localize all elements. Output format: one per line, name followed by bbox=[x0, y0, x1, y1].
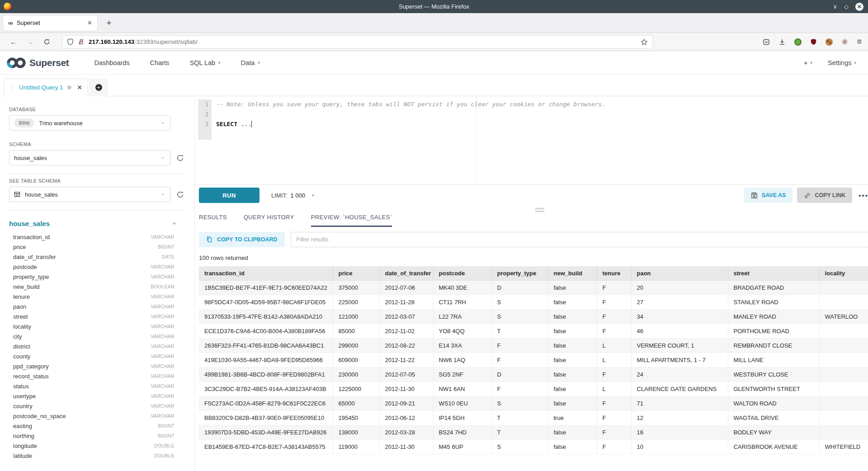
drag-handle-icon[interactable]: ⋮ bbox=[10, 85, 15, 91]
containers-icon[interactable] bbox=[841, 38, 848, 45]
url-text[interactable]: 217.160.120.143:32393/superset/sqllab/ bbox=[89, 38, 198, 45]
cell: false bbox=[548, 425, 597, 440]
save-as-button[interactable]: SAVE AS bbox=[744, 188, 793, 203]
schema-column-row: postcode_no_spaceVARCHAR bbox=[9, 411, 185, 421]
schema-column-row: ppd_categoryVARCHAR bbox=[9, 361, 185, 371]
table-icon bbox=[14, 191, 20, 198]
browser-tab-title: Superset bbox=[17, 19, 84, 26]
download-icon[interactable] bbox=[778, 38, 786, 46]
cell: 2012-11-28 bbox=[379, 295, 433, 310]
add-query-tab-button[interactable] bbox=[89, 79, 108, 96]
new-tab-button[interactable]: + bbox=[103, 18, 115, 28]
limit-dropdown[interactable]: LIMIT: 1 000 ▾ bbox=[271, 192, 314, 199]
column-header[interactable]: date_of_transfer bbox=[379, 266, 433, 281]
column-header[interactable]: property_type bbox=[491, 266, 548, 281]
cookie-icon[interactable] bbox=[826, 38, 833, 46]
database-select[interactable]: trino Trino warehouse bbox=[9, 115, 170, 131]
superset-favicon: ∞ bbox=[8, 19, 13, 26]
cell: 71 bbox=[631, 396, 728, 411]
refresh-schema-icon[interactable] bbox=[176, 154, 184, 162]
column-header[interactable]: street bbox=[728, 266, 819, 281]
schema-select[interactable]: house_sales bbox=[9, 150, 170, 165]
column-header[interactable]: price bbox=[333, 266, 379, 281]
column-type: VARCHAR bbox=[151, 373, 175, 379]
privacy-badger-icon[interactable] bbox=[794, 38, 802, 46]
tab-preview-house-sales[interactable]: PREVIEW: `HOUSE_SALES` bbox=[311, 214, 392, 227]
collapse-chevron-up-icon[interactable] bbox=[171, 221, 177, 226]
filter-results-input[interactable] bbox=[291, 232, 868, 247]
forward-icon[interactable]: → bbox=[27, 38, 33, 46]
column-header[interactable]: transaction_id bbox=[199, 266, 333, 281]
schema-column-row: record_statusVARCHAR bbox=[9, 371, 185, 381]
cell: 2012-11-30 bbox=[379, 382, 433, 396]
insecure-lock-icon[interactable] bbox=[78, 38, 85, 45]
superset-logo[interactable]: Superset bbox=[6, 56, 69, 70]
nav-data[interactable]: Data▾ bbox=[241, 59, 260, 66]
cell: false bbox=[548, 353, 597, 367]
table-row: 91370533-19F5-47FE-B142-A380A8ADA2101210… bbox=[199, 310, 868, 324]
schema-column-row: new_buildBOOLEAN bbox=[9, 282, 185, 292]
copy-link-button[interactable]: COPY LINK bbox=[797, 188, 852, 203]
column-type: VARCHAR bbox=[151, 314, 175, 319]
tab-query-history[interactable]: QUERY HISTORY bbox=[244, 214, 294, 227]
table-row: 499B1981-3B6B-4BCD-808F-9FED9802BFA12300… bbox=[199, 367, 868, 382]
table-row: 98F5DC47-0D05-4D59-95B7-98CA6F1FDE052250… bbox=[199, 295, 868, 310]
column-header[interactable]: tenure bbox=[597, 266, 631, 281]
nav-sql-lab[interactable]: SQL Lab▾ bbox=[189, 59, 220, 66]
bookmark-star-icon[interactable] bbox=[641, 38, 648, 46]
table-name-heading[interactable]: house_sales bbox=[9, 220, 50, 227]
column-name: latitude bbox=[13, 452, 32, 459]
cell: SG5 2NF bbox=[433, 367, 491, 382]
cell bbox=[819, 324, 868, 339]
resize-gripper[interactable] bbox=[535, 208, 544, 212]
cell: F bbox=[597, 411, 631, 425]
tab-results[interactable]: RESULTS bbox=[199, 214, 227, 227]
nav-dashboards[interactable]: Dashboards bbox=[94, 59, 129, 66]
tab-close-icon[interactable]: ✕ bbox=[87, 19, 92, 26]
table-row: ECE1D376-C9A6-4C00-B004-A380B189FA568500… bbox=[199, 324, 868, 339]
results-pane: RESULTS QUERY HISTORY PREVIEW: `HOUSE_SA… bbox=[195, 206, 868, 471]
schema-column-row: property_typeVARCHAR bbox=[9, 272, 185, 282]
more-options-button[interactable]: ••• bbox=[859, 192, 868, 199]
run-button[interactable]: RUN bbox=[199, 188, 259, 203]
settings-menu[interactable]: Settings▾ bbox=[828, 59, 856, 66]
window-minimize-icon[interactable]: ∨ bbox=[833, 4, 837, 9]
os-titlebar: Superset — Mozilla Firefox ∨ ◇ ✕ bbox=[0, 0, 868, 13]
column-header[interactable]: locality bbox=[819, 266, 868, 281]
window-close-icon[interactable]: ✕ bbox=[855, 3, 863, 11]
query-tab-close-icon[interactable]: ✕ bbox=[77, 84, 82, 91]
url-bar[interactable]: 217.160.120.143:32393/superset/sqllab/ bbox=[62, 35, 653, 49]
cell: 24 bbox=[631, 367, 728, 382]
query-tab-untitled-1[interactable]: ⋮ Untitled Query 1 ✕ bbox=[4, 79, 88, 96]
table-schema-select[interactable]: house_sales bbox=[9, 187, 170, 202]
caret-down-icon: ▾ bbox=[258, 61, 260, 65]
add-new-button[interactable]: +▾ bbox=[804, 59, 812, 66]
column-type: VARCHAR bbox=[151, 393, 175, 399]
shield-icon[interactable] bbox=[67, 38, 74, 45]
schema-column-row: priceBIGINT bbox=[9, 242, 185, 252]
pocket-icon[interactable] bbox=[763, 38, 770, 46]
back-icon[interactable]: ← bbox=[10, 38, 17, 46]
nav-charts[interactable]: Charts bbox=[150, 59, 170, 66]
refresh-table-schema-icon[interactable] bbox=[176, 191, 184, 198]
ublock-icon[interactable] bbox=[810, 38, 817, 45]
column-name: usertype bbox=[13, 393, 36, 400]
column-header[interactable]: new_build bbox=[548, 266, 597, 281]
copy-to-clipboard-button[interactable]: COPY TO CLIPBOARD bbox=[199, 232, 285, 247]
column-name: property_type bbox=[13, 273, 49, 280]
column-header[interactable]: paon bbox=[631, 266, 728, 281]
url-host: 217.160.120.143 bbox=[89, 38, 134, 45]
schema-label: SCHEMA bbox=[9, 141, 185, 147]
schema-column-row: streetVARCHAR bbox=[9, 311, 185, 321]
browser-tab[interactable]: ∞ Superset ✕ bbox=[3, 15, 97, 31]
url-path: :32393/superset/sqllab/ bbox=[134, 38, 198, 45]
reload-icon[interactable] bbox=[43, 38, 50, 45]
caret-down-icon: ▾ bbox=[811, 61, 813, 65]
cell bbox=[819, 281, 868, 295]
cell: T bbox=[491, 425, 548, 440]
column-header[interactable]: postcode bbox=[433, 266, 491, 281]
menu-icon[interactable]: ≡ bbox=[857, 37, 862, 47]
sql-editor[interactable]: 1 -- Note: Unless you save your query, t… bbox=[195, 96, 868, 185]
window-maximize-icon[interactable]: ◇ bbox=[844, 4, 849, 9]
column-type: VARCHAR bbox=[151, 363, 175, 369]
